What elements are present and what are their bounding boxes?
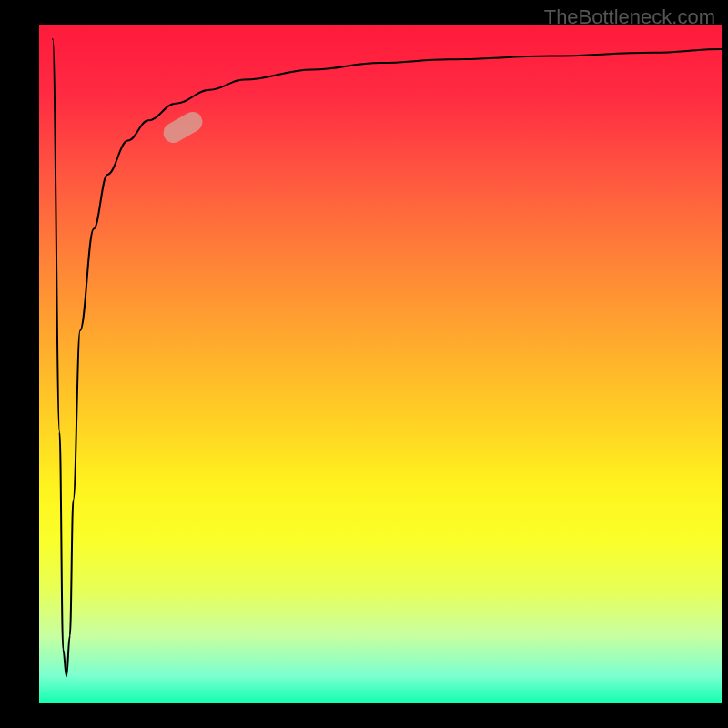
chart-plot-area [39, 25, 722, 703]
chart-curve [53, 39, 722, 676]
chart-curve-svg [39, 25, 722, 703]
watermark-text: TheBottleneck.com [544, 5, 715, 29]
